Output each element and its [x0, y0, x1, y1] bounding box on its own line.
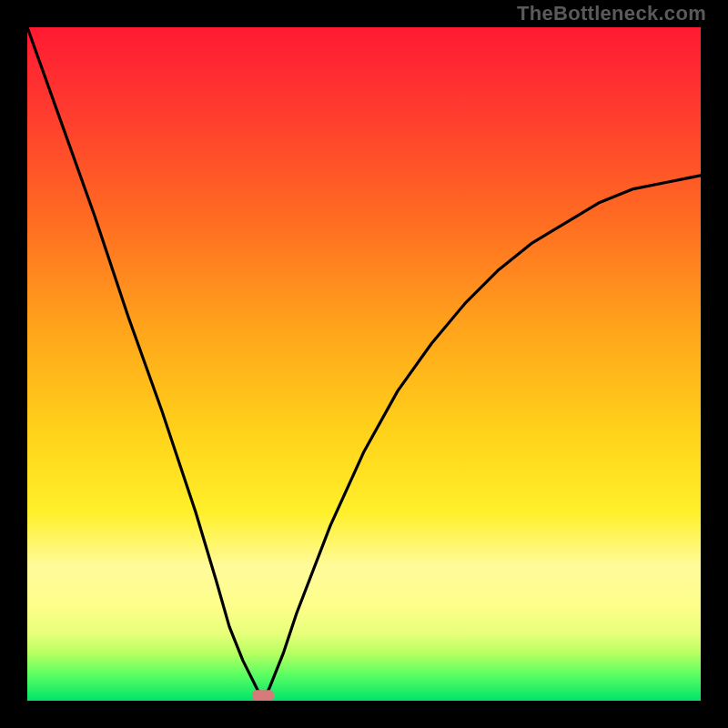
bottleneck-curve-svg [27, 27, 701, 701]
watermark-text: TheBottleneck.com [517, 2, 706, 25]
chart-frame: TheBottleneck.com [0, 0, 728, 728]
bottleneck-curve-line [27, 27, 701, 701]
optimal-point-marker [252, 690, 274, 701]
plot-area [27, 27, 701, 701]
